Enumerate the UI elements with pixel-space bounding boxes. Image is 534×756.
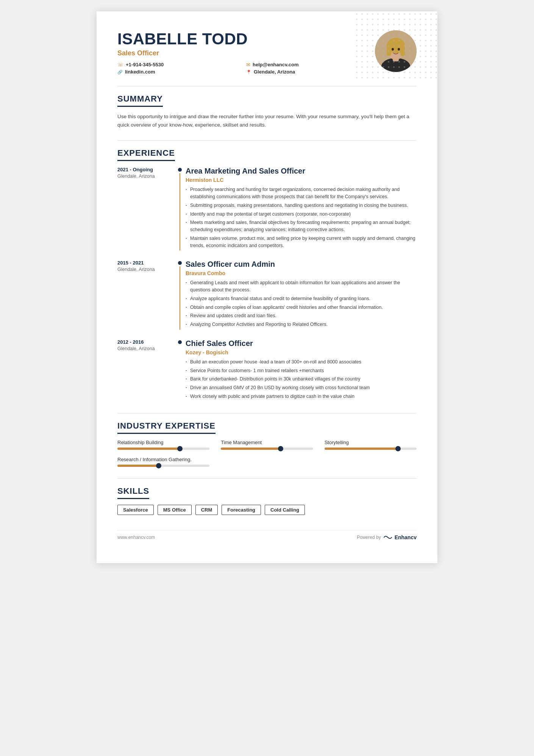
job-title-2: Sales Officer cum Admin [186, 260, 417, 269]
skill-msoffice: MS Office [158, 505, 192, 515]
job-left-1: 2021 - Ongoing Glendale, Arizona [117, 167, 174, 250]
bullet-1-4: Maintain sales volume, product mix, and … [186, 235, 417, 249]
header-divider [117, 86, 417, 86]
job-date-1: 2021 - Ongoing [117, 167, 174, 172]
job-bullets-2: Generating Leads and meet with applicant… [186, 279, 417, 328]
bullet-1-1: Submitting proposals, making presentatio… [186, 202, 417, 209]
contact-grid: +1-914-345-5530 help@enhancv.com linkedi… [117, 62, 367, 75]
candidate-name: ISABELLE TODD [117, 30, 367, 48]
summary-title: SUMMARY [117, 94, 163, 107]
job-left-2: 2015 - 2021 Glendale, Arizona [117, 260, 174, 330]
skills-title: SKILLS [117, 486, 149, 499]
bullet-1-3: Meets marketing and sales, financial obj… [186, 219, 417, 233]
location-text: Glendale, Arizona [254, 69, 295, 75]
job-company-3: Kozey - Bogisich [186, 349, 417, 355]
job-location-1: Glendale, Arizona [117, 174, 174, 179]
job-timeline-3 [174, 339, 186, 402]
skills-section: SKILLS Salesforce MS Office CRM Forecast… [117, 486, 417, 515]
job-left-3: 2012 - 2016 Glendale, Arizona [117, 339, 174, 402]
expertise-fill-1 [221, 448, 281, 450]
expertise-dot-2 [395, 446, 401, 451]
header-left: ISABELLE TODD Sales Officer +1-914-345-5… [117, 30, 367, 75]
expertise-fill-0 [117, 448, 180, 450]
timeline-line-2 [180, 266, 180, 330]
bullet-2-1: Analyze applicants financial status and … [186, 295, 417, 302]
expertise-item-1: Time Management [221, 440, 313, 450]
expertise-label-3: Research / Information Gathering. [117, 457, 209, 462]
job-title-3: Chief Sales Officer [186, 339, 417, 348]
job-right-2: Sales Officer cum Admin Bravura Combo Ge… [186, 260, 417, 330]
job-title-1: Area Marketing And Sales Officer [186, 167, 417, 175]
job-date-3: 2012 - 2016 [117, 339, 174, 345]
bullet-3-3: Drive an annualised GMV of 20 Bn USD by … [186, 384, 417, 391]
expertise-fill-2 [325, 448, 398, 450]
email-address: help@enhancv.com [253, 62, 299, 67]
enhancv-logo-icon [383, 534, 392, 540]
expertise-bar-1 [221, 448, 313, 450]
expertise-item-3: Research / Information Gathering. [117, 457, 209, 467]
job-right-3: Chief Sales Officer Kozey - Bogisich Bui… [186, 339, 417, 402]
timeline-dot-3 [178, 340, 182, 344]
bullet-1-2: Identify and map the potential of target… [186, 211, 417, 218]
resume-page: ISABELLE TODD Sales Officer +1-914-345-5… [97, 11, 437, 563]
bullet-2-3: Review and updates credit and loan files… [186, 312, 417, 319]
expertise-divider [117, 478, 417, 479]
expertise-item-0: Relationship Building [117, 440, 209, 450]
job-bullets-3: Build an execution power house -lead a t… [186, 358, 417, 400]
skills-list: Salesforce MS Office CRM Forecasting Col… [117, 505, 417, 515]
footer: www.enhancv.com Powered by Enhancv [117, 530, 417, 540]
timeline-dot-2 [178, 261, 182, 265]
expertise-dot-0 [177, 446, 183, 451]
expertise-bar-2 [325, 448, 417, 450]
timeline-dot-1 [178, 168, 182, 172]
job-location-3: Glendale, Arizona [117, 346, 174, 351]
job-bullets-1: Proactively searching and hunting for ta… [186, 186, 417, 249]
footer-brand: Enhancv [395, 534, 417, 540]
bullet-3-4: Work closely with public and private par… [186, 393, 417, 400]
expertise-bar-3 [117, 465, 209, 467]
expertise-dot-3 [156, 463, 161, 468]
skill-forecasting: Forecasting [222, 505, 261, 515]
job-row-3: 2012 - 2016 Glendale, Arizona Chief Sale… [117, 339, 417, 402]
job-location-2: Glendale, Arizona [117, 267, 174, 272]
bullet-2-0: Generating Leads and meet with applicant… [186, 279, 417, 294]
job-row-1: 2021 - Ongoing Glendale, Arizona Area Ma… [117, 167, 417, 250]
email-item: help@enhancv.com [246, 62, 367, 67]
job-company-2: Bravura Combo [186, 270, 417, 276]
job-right-1: Area Marketing And Sales Officer Hermist… [186, 167, 417, 250]
dot-pattern-decoration [354, 11, 437, 80]
expertise-label-1: Time Management [221, 440, 313, 445]
phone-item: +1-914-345-5530 [117, 62, 239, 67]
expertise-section: INDUSTRY EXPERTISE Relationship Building… [117, 421, 417, 467]
expertise-dot-1 [278, 446, 283, 451]
timeline-line-1 [180, 173, 180, 250]
footer-website: www.enhancv.com [117, 535, 155, 540]
summary-divider [117, 140, 417, 141]
bullet-1-0: Proactively searching and hunting for ta… [186, 186, 417, 200]
skill-coldcalling: Cold Calling [265, 505, 305, 515]
expertise-label-0: Relationship Building [117, 440, 209, 445]
location-item: Glendale, Arizona [246, 69, 367, 75]
expertise-label-2: Storytelling [325, 440, 417, 445]
experience-section: EXPERIENCE 2021 - Ongoing Glendale, Ariz… [117, 148, 417, 401]
job-row-2: 2015 - 2021 Glendale, Arizona Sales Offi… [117, 260, 417, 330]
experience-title: EXPERIENCE [117, 148, 175, 161]
email-icon [246, 62, 250, 67]
expertise-item-2: Storytelling [325, 440, 417, 450]
summary-section: SUMMARY Use this opportunity to intrigue… [117, 94, 417, 129]
website-url: linkedin.com [125, 69, 155, 75]
bullet-2-4: Analyzing Competitor Activities and Repo… [186, 321, 417, 328]
phone-icon [117, 62, 123, 67]
skill-crm: CRM [195, 505, 218, 515]
candidate-title: Sales Officer [117, 49, 367, 57]
expertise-fill-3 [117, 465, 159, 467]
bullet-3-0: Build an execution power house -lead a t… [186, 358, 417, 366]
job-date-2: 2015 - 2021 [117, 260, 174, 266]
svg-rect-1 [354, 11, 437, 80]
expertise-title: INDUSTRY EXPERTISE [117, 421, 215, 434]
powered-by-label: Powered by [357, 535, 381, 540]
summary-text: Use this opportunity to intrigue and dra… [117, 113, 417, 129]
location-icon [246, 69, 251, 75]
link-icon [117, 69, 123, 75]
experience-divider [117, 413, 417, 413]
